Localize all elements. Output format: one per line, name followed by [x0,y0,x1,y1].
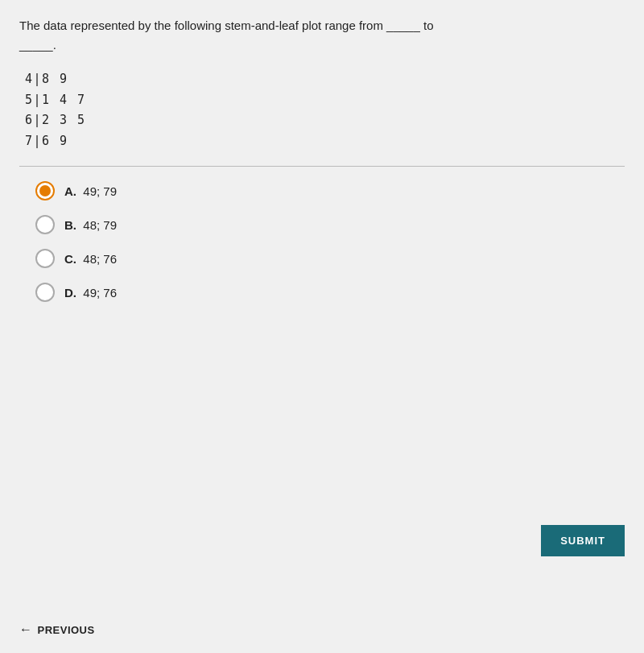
stem-leaf-row: 6 | 2 3 5 [19,110,625,131]
question-text-content: The data represented by the following st… [19,19,433,32]
section-divider [19,166,625,167]
radio-a[interactable] [35,181,55,200]
option-row-a[interactable]: A. 49; 79 [35,181,625,200]
previous-button[interactable]: ← PREVIOUS [19,622,95,637]
radio-b[interactable] [35,215,55,234]
divider-4: | [32,69,42,90]
option-label-c: C. 48; 76 [64,252,117,266]
option-label-d: D. 49; 76 [64,286,117,300]
leaf-5: 1 4 7 [42,90,86,111]
divider-7: | [32,131,42,152]
option-row-d[interactable]: D. 49; 76 [35,283,625,302]
stem-7: 7 [19,131,32,152]
option-label-b: B. 48; 79 [64,218,117,232]
arrow-left-icon: ← [19,622,33,637]
radio-c[interactable] [35,249,55,268]
divider-6: | [32,110,42,131]
leaf-7: 6 9 [42,131,68,152]
question-text: The data represented by the following st… [19,16,625,55]
stem-leaf-row: 5 | 1 4 7 [19,90,625,111]
stem-leaf-table: 4 | 8 9 5 | 1 4 7 6 | 2 3 5 7 | 6 9 [19,69,625,151]
divider-5: | [32,90,42,111]
option-row-c[interactable]: C. 48; 76 [35,249,625,268]
stem-5: 5 [19,90,32,111]
option-row-b[interactable]: B. 48; 79 [35,215,625,234]
radio-inner-a [39,185,51,196]
stem-leaf-row: 4 | 8 9 [19,69,625,90]
page-container: The data represented by the following st… [0,0,644,653]
stem-leaf-row: 7 | 6 9 [19,131,625,152]
submit-button[interactable]: SUBMIT [541,525,625,556]
leaf-6: 2 3 5 [42,110,86,131]
stem-4: 4 [19,69,32,90]
options-container: A. 49; 79 B. 48; 79 C. 48; 76 D. 49; 76 [35,181,625,302]
leaf-4: 8 9 [42,69,68,90]
radio-d[interactable] [35,283,55,302]
stem-6: 6 [19,110,32,131]
previous-label: PREVIOUS [38,624,95,636]
option-label-a: A. 49; 79 [64,184,117,198]
